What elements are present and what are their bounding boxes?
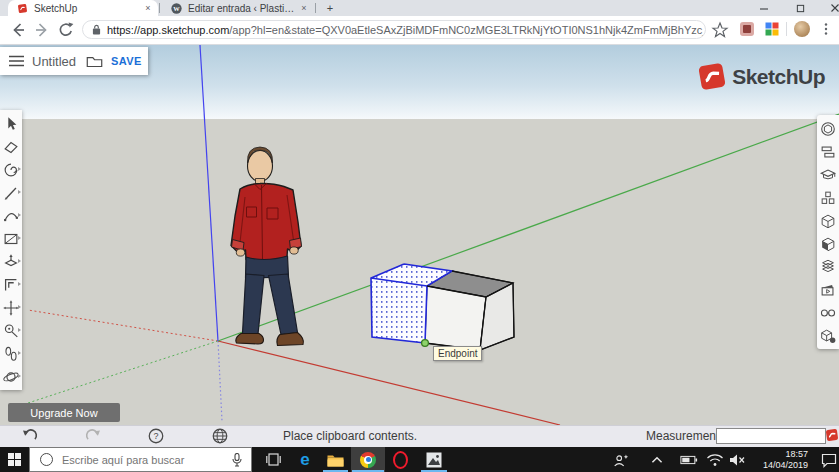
menu-kebab-icon[interactable] [818, 21, 834, 37]
taskbar-clock[interactable]: 18:57 14/04/2019 [756, 449, 808, 471]
model-scene [0, 45, 839, 425]
line-tool[interactable] [0, 181, 22, 204]
instructor-panel-button[interactable] [817, 163, 839, 186]
opera-icon [393, 451, 408, 469]
taskbar-file-explorer-button[interactable] [321, 447, 349, 472]
sketchup-logo-text: SketchUp [732, 65, 825, 89]
display-panel-button[interactable] [817, 301, 839, 324]
app-header: Untitled SAVE [0, 47, 148, 75]
sketchup-logo-icon [697, 61, 727, 92]
eraser-tool[interactable] [0, 135, 22, 158]
hamburger-menu-icon[interactable] [9, 55, 24, 67]
endpoint-tooltip: Endpoint [433, 346, 482, 361]
scenes-panel-button[interactable] [817, 278, 839, 301]
walk-tool[interactable] [0, 342, 22, 365]
browser-tab-strip: SketchUp × W Editar entrada ‹ Plasticavi… [0, 0, 839, 16]
measurements-label: Measurements [646, 429, 725, 443]
tape-measure-tool[interactable] [0, 319, 22, 342]
orbit-tool[interactable] [0, 365, 22, 388]
outliner-panel-button[interactable] [817, 140, 839, 163]
drawing-canvas[interactable]: Untitled SAVE SketchUp Upgrade Now [0, 45, 839, 425]
help-icon[interactable]: ? [146, 427, 166, 445]
url-text: https://app.sketchup.com/app?hl=en&state… [107, 24, 706, 36]
clock-date: 14/04/2019 [756, 460, 808, 471]
back-icon[interactable] [8, 20, 28, 40]
status-hint: Place clipboard contents. [283, 429, 417, 443]
file-explorer-icon [327, 453, 344, 467]
axis-blue-dashed [218, 341, 222, 421]
components-panel-button[interactable] [817, 186, 839, 209]
endpoint-marker [422, 340, 429, 347]
svg-text:?: ? [153, 431, 158, 441]
search-input[interactable] [60, 453, 232, 467]
select-tool[interactable] [0, 112, 22, 135]
tab-title: SketchUp [34, 3, 142, 14]
axis-green-dashed [28, 341, 218, 403]
arc-tool[interactable] [0, 204, 22, 227]
open-folder-icon[interactable] [86, 54, 103, 68]
task-view-button[interactable] [260, 447, 286, 472]
wifi-icon[interactable] [706, 452, 724, 468]
tab-wordpress[interactable]: W Editar entrada ‹ Plasticavite — W × [162, 0, 314, 16]
battery-icon[interactable] [680, 452, 698, 468]
chevron-up-icon[interactable] [648, 452, 666, 468]
axis-red [218, 341, 560, 425]
rectangle-tool[interactable] [0, 227, 22, 250]
layers-panel-button[interactable] [817, 255, 839, 278]
language-globe-icon[interactable] [210, 427, 230, 445]
window-maximize-button[interactable] [785, 0, 815, 16]
url-bar[interactable]: https://app.sketchup.com/app?hl=en&state… [82, 20, 706, 39]
window-minimize-button[interactable] [749, 0, 779, 16]
microphone-icon[interactable] [232, 453, 242, 467]
new-tab-button[interactable]: + [322, 1, 338, 15]
entity-info-panel-button[interactable] [817, 117, 839, 140]
tab-close-icon[interactable]: × [298, 3, 310, 13]
mosaic-extension-icon[interactable] [765, 22, 779, 36]
start-button[interactable] [0, 447, 29, 472]
svg-text:W: W [173, 4, 180, 11]
materials-panel-button[interactable] [817, 209, 839, 232]
bookmark-star-icon[interactable] [710, 20, 730, 40]
undo-icon[interactable] [20, 427, 40, 445]
action-center-icon[interactable] [820, 452, 838, 468]
avatar[interactable] [794, 21, 810, 37]
box[interactable] [371, 264, 514, 350]
people-icon[interactable] [612, 452, 630, 468]
taskbar-search[interactable] [29, 447, 252, 472]
cortana-icon [40, 453, 53, 466]
push-pull-tool[interactable] [0, 250, 22, 273]
tab-close-icon[interactable]: × [142, 3, 154, 13]
windows-logo-icon [8, 453, 21, 466]
axes [28, 45, 839, 425]
photos-icon [426, 452, 442, 468]
person-figure[interactable] [231, 147, 303, 346]
task-view-icon [266, 453, 281, 466]
model-info-panel-button[interactable] [817, 324, 839, 347]
paint-tool[interactable] [0, 158, 22, 181]
tab-sketchup[interactable]: SketchUp × [8, 0, 158, 16]
styles-panel-button[interactable] [817, 232, 839, 255]
volume-muted-icon[interactable] [729, 452, 747, 468]
wordpress-favicon: W [171, 3, 182, 14]
sketchup-badge-icon[interactable] [825, 428, 839, 442]
reload-icon[interactable] [56, 20, 76, 40]
save-button[interactable]: SAVE [111, 55, 142, 67]
move-tool[interactable] [0, 296, 22, 319]
pdf-extension-icon[interactable] [740, 22, 754, 36]
taskbar-opera-button[interactable] [387, 447, 413, 472]
tab-title: Editar entrada ‹ Plasticavite — W [188, 3, 298, 14]
edge-icon: e [300, 451, 309, 468]
taskbar-chrome-button[interactable] [351, 447, 385, 472]
taskbar-photos-button[interactable] [419, 447, 449, 472]
window-close-button[interactable] [820, 0, 839, 16]
axis-blue [200, 45, 218, 341]
measurements-input[interactable] [716, 428, 826, 444]
tab-divider [315, 3, 316, 13]
lock-icon [92, 24, 101, 35]
upgrade-now-button[interactable]: Upgrade Now [8, 403, 120, 422]
left-toolbar [0, 110, 22, 390]
offset-tool[interactable] [0, 273, 22, 296]
redo-icon[interactable] [83, 427, 103, 445]
taskbar-edge-button[interactable]: e [292, 447, 318, 472]
forward-icon[interactable] [32, 20, 52, 40]
